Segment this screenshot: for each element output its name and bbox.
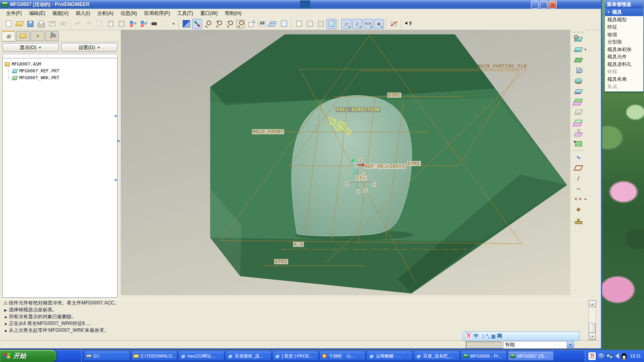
folder-browser-tab[interactable] [16,31,30,41]
sketch-tool-icon[interactable]: × [573,215,584,225]
pull-direction-label[interactable]: PULL DIRECTION [336,107,380,112]
hidden-line-icon[interactable] [305,19,315,29]
model-tree-tab[interactable]: ⊞ [2,31,15,41]
menu-applications[interactable]: 应用程序(P) [140,9,173,18]
favorites-tab[interactable]: ∗ [31,31,44,41]
message-scrollbar[interactable]: ▲ ▼ [588,300,596,340]
start-button[interactable]: 开始 [0,350,56,362]
redo-icon[interactable]: ↷ [84,19,94,29]
mold-opening-icon[interactable] [573,138,584,149]
settings-dropdown-button[interactable]: 设置(G)▼ [61,43,118,52]
menu-insert[interactable]: 插入(I) [72,9,93,18]
volume-icon[interactable] [615,353,619,359]
reorient-icon[interactable] [246,19,256,29]
undo-icon[interactable]: ↶ [73,19,83,29]
task-gdrive[interactable]: G:\ [84,351,130,361]
selection-filter-combo[interactable]: 智能 ▼ [503,341,574,349]
datum-csys-icon[interactable]: ∗ [573,204,584,215]
ime-soft-keyboard-icon[interactable]: ▦ [491,333,495,339]
ime-web-icon[interactable]: 网 [497,333,502,339]
paste-icon[interactable] [105,19,116,29]
link-icon[interactable] [58,19,68,29]
tree-node-wrk-part[interactable]: MFG0007_WRK.PRT [8,74,116,81]
zoom-out-icon[interactable]: − [225,19,235,29]
layers-icon[interactable] [268,19,278,29]
graphics-area[interactable]: MAIN_PARTING_PLN DTM1 PULL DIRECTION MOL… [121,30,570,295]
sash-collapse-icon[interactable]: « [114,177,117,183]
ime-tray-icon[interactable]: 万 [588,352,596,360]
datum-plane-toggle[interactable]: ▱ [341,19,351,29]
show-dropdown-button[interactable]: 显示(O)▼ [2,43,59,52]
mail-icon[interactable] [47,19,57,29]
view-manager-icon[interactable] [279,19,289,29]
qq-messenger-icon[interactable] [621,353,627,359]
scrollbar-thumb[interactable] [589,323,596,333]
custom-regenerate-icon[interactable] [138,19,148,29]
datum-label-mold-front[interactable]: MOLD_FRONT [252,129,284,134]
volume-split-icon[interactable] [573,107,584,117]
datum-point-icon[interactable]: ×× [573,194,584,204]
open-file-icon[interactable] [14,19,25,29]
mm-parting-surface[interactable]: 分型面 [605,39,643,46]
ime-punctuation-icon[interactable]: °, [486,333,489,339]
datum-label-main-parting-pln[interactable]: MAIN_PARTING_PLN [477,64,528,69]
scroll-up-icon[interactable]: ▲ [589,300,596,307]
menu-file[interactable]: 文件(F) [2,9,25,18]
ime-lang-cn-icon[interactable]: 中 [474,333,479,339]
menu-tools[interactable]: 工具(T) [173,9,196,18]
datum-curve-dots-icon[interactable]: ∿ [573,152,584,162]
task-hao123[interactable]: hao123网址... [178,351,224,361]
mm-mold-component[interactable]: 模具元件 [605,53,643,61]
menu-window[interactable]: 窗口(W) [197,9,221,18]
ime-halfwidth-icon[interactable]: ☽ [480,333,485,339]
trim-volume-icon[interactable] [573,117,584,128]
tree-node-assembly[interactable]: MFG0007.ASM [4,61,116,68]
axis-label-a3[interactable]: A_3 [293,242,304,247]
find-icon[interactable] [149,19,159,29]
task-yunchou[interactable]: 运筹帷幄 - ... [367,351,413,361]
marquee-dropdown-icon[interactable]: ▾ [171,19,176,29]
print-icon[interactable] [36,19,46,29]
ejector-pin-icon[interactable] [573,128,584,138]
task-mfg0007[interactable]: MFG0007 (活... [508,351,554,361]
task-proe-forum[interactable]: [ 悬赏 ] PROE... [272,351,318,361]
task-baidu-tieba[interactable]: 百度_茂名吧_... [414,351,460,361]
copy-icon[interactable] [95,19,105,29]
ime-brand-icon[interactable]: 万 [465,332,472,340]
wireframe-icon[interactable] [294,19,304,29]
save-icon[interactable] [25,19,35,29]
shaded-icon[interactable] [326,19,336,29]
datum-axis-toggle[interactable]: ∕ [352,19,362,29]
datum-label-dtm2[interactable]: DTM2 [407,161,421,166]
mm-integrate[interactable]: 集成 [605,83,643,91]
datum-curve-icon[interactable]: ~ [573,183,584,194]
ref-model-icon[interactable] [573,55,584,65]
menu-edit[interactable]: 编辑(E) [25,9,49,18]
chevron-down-icon[interactable]: ▼ [567,341,574,348]
close-button[interactable]: × [549,1,557,8]
context-help-icon[interactable]: ? [404,19,414,29]
select-marquee-icon[interactable] [160,19,170,29]
datum-label-dtm1[interactable]: DTM1 [387,93,401,98]
connections-tab[interactable] [45,31,59,41]
menu-view[interactable]: 视图(V) [49,9,72,18]
saved-views-icon[interactable]: AB [257,19,267,29]
tree-node-ref-part[interactable]: MFG0007_REF.PRT [8,68,116,74]
zoom-in-icon[interactable]: + [214,19,224,29]
mold-analysis-icon[interactable] [573,34,584,44]
menu-info[interactable]: 信息(N) [117,9,141,18]
tray-collapse-icon[interactable]: ‹ [598,353,604,359]
mold-assembly-icon[interactable] [573,65,584,76]
parting-surface-icon[interactable] [573,86,584,97]
mm-mold-gate[interactable]: 模具进料孔 [605,61,643,68]
mm-molding[interactable]: 铸模 [605,68,643,76]
datum-axis-icon[interactable]: ∕ [573,173,584,183]
mm-mold-layout[interactable]: 模具布局 [605,76,643,83]
scroll-down-icon[interactable]: ▼ [589,333,596,340]
refit-icon[interactable] [235,19,246,29]
zoom-select-icon[interactable] [203,19,213,29]
network-icon[interactable] [607,353,613,359]
workpiece-icon[interactable] [573,44,584,55]
spin-center-icon[interactable] [192,19,202,29]
minimize-button[interactable]: _ [531,1,539,8]
